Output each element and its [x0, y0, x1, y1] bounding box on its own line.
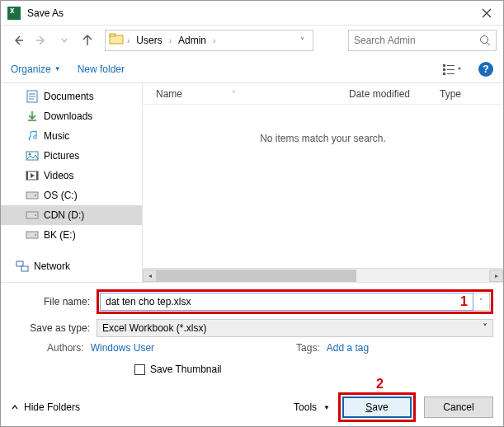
svg-rect-5 [443, 73, 445, 75]
tree-item-music[interactable]: Music [1, 126, 142, 146]
hide-folders-button[interactable]: Hide Folders [11, 401, 80, 413]
svg-rect-10 [26, 171, 28, 180]
svg-rect-19 [21, 266, 28, 271]
tree-item-drive-e[interactable]: BK (E:) [1, 225, 142, 245]
save-thumbnail-label: Save Thumbnail [150, 364, 222, 375]
arrow-right-icon [35, 34, 48, 47]
horizontal-scrollbar[interactable]: ◂ ▸ [143, 268, 503, 282]
refresh-icon [325, 35, 337, 46]
column-type[interactable]: Type [440, 88, 503, 100]
recent-dropdown[interactable] [54, 30, 75, 51]
folder-icon [109, 33, 124, 48]
body: Documents Downloads Music Pictures Video… [1, 83, 503, 282]
breadcrumb-admin[interactable]: Admin [175, 35, 210, 46]
titlebar: Save As [1, 1, 503, 26]
file-list: Name˄ Date modified Type No items match … [143, 83, 503, 282]
svg-point-15 [35, 214, 36, 216]
breadcrumb-users[interactable]: Users [133, 35, 165, 46]
callout-2: 2 [376, 377, 384, 392]
tree-item-drive-d[interactable]: CDN (D:) [1, 205, 142, 225]
organize-menu[interactable]: Organize▼ [11, 63, 61, 75]
toolbar: Organize▼ New folder ? [1, 55, 503, 83]
forward-button[interactable] [31, 30, 52, 51]
scroll-right-button[interactable]: ▸ [489, 270, 503, 282]
empty-state: No items match your search. [143, 105, 503, 268]
tools-menu[interactable]: Tools▼ [294, 401, 330, 413]
authors-value[interactable]: Windows User [91, 342, 154, 354]
address-bar[interactable]: › Users › Admin › ˅ [105, 30, 313, 51]
svg-point-13 [35, 195, 36, 196]
view-options-button[interactable] [442, 59, 462, 79]
svg-rect-11 [36, 171, 38, 180]
navbar: › Users › Admin › ˅ [1, 26, 503, 55]
save-form: File name: ˅ 1 Save as type: Excel Workb… [1, 282, 503, 388]
column-date[interactable]: Date modified [349, 88, 440, 100]
back-button[interactable] [7, 30, 29, 51]
tree-item-network[interactable]: Network [1, 256, 142, 276]
tree-item-documents[interactable]: Documents [1, 87, 142, 106]
svg-point-17 [35, 234, 36, 236]
save-button[interactable]: Save [342, 396, 412, 418]
save-as-dialog: Save As › Users › Admin › ˅ [0, 0, 504, 427]
navigation-tree: Documents Downloads Music Pictures Video… [1, 83, 143, 282]
excel-icon [7, 7, 21, 20]
network-icon [16, 260, 29, 273]
view-icon [443, 63, 461, 75]
drive-icon [26, 209, 39, 222]
refresh-button[interactable] [320, 30, 341, 51]
scroll-track[interactable] [157, 270, 489, 282]
close-icon [482, 8, 492, 18]
svg-point-2 [481, 36, 488, 44]
new-folder-button[interactable]: New folder [78, 63, 125, 75]
music-icon [26, 129, 39, 143]
search-icon [479, 35, 491, 46]
scroll-left-button[interactable]: ◂ [143, 270, 157, 282]
downloads-icon [26, 110, 39, 123]
type-label: Save as type: [11, 322, 97, 334]
save-type-dropdown[interactable]: Excel Workbook (*.xlsx) ˅ [97, 319, 493, 337]
tags-value[interactable]: Add a tag [327, 342, 369, 354]
documents-icon [26, 90, 39, 103]
chevron-down-icon: ˅ [483, 322, 488, 334]
filename-highlight: ˅ 1 [97, 289, 493, 314]
column-name[interactable]: Name˄ [143, 88, 349, 100]
dialog-footer: Hide Folders Tools▼ 2 Save Cancel [1, 388, 503, 426]
filename-input[interactable] [100, 293, 473, 311]
svg-rect-3 [443, 64, 445, 67]
drive-icon [26, 228, 39, 242]
chevron-right-icon: › [213, 36, 215, 45]
svg-rect-18 [16, 261, 23, 266]
address-dropdown[interactable]: ˅ [294, 36, 309, 45]
window-title: Save As [27, 7, 470, 19]
chevron-down-icon [60, 36, 68, 45]
save-thumbnail-checkbox[interactable] [134, 364, 145, 375]
drive-icon [26, 189, 39, 202]
close-button[interactable] [470, 2, 503, 25]
tree-item-drive-c[interactable]: OS (C:) [1, 185, 142, 205]
videos-icon [26, 169, 39, 182]
save-highlight: 2 Save [338, 392, 416, 422]
svg-point-8 [29, 153, 31, 156]
tree-item-pictures[interactable]: Pictures [1, 146, 142, 166]
cancel-button[interactable]: Cancel [424, 396, 493, 418]
help-button[interactable]: ? [478, 62, 493, 77]
search-input[interactable] [354, 35, 469, 46]
tags-label: Tags: [296, 342, 320, 354]
filename-dropdown[interactable]: ˅ [473, 293, 490, 311]
svg-rect-4 [443, 68, 445, 71]
authors-label: Authors: [47, 342, 84, 354]
up-button[interactable] [77, 30, 98, 51]
filename-label: File name: [11, 296, 97, 307]
search-box[interactable] [348, 30, 497, 51]
column-headers: Name˄ Date modified Type [143, 83, 503, 105]
tree-item-downloads[interactable]: Downloads [1, 106, 142, 126]
pictures-icon [26, 149, 39, 162]
tree-item-videos[interactable]: Videos [1, 166, 142, 185]
chevron-right-icon: › [127, 36, 130, 45]
arrow-left-icon [12, 34, 25, 47]
scroll-thumb[interactable] [157, 270, 356, 282]
arrow-up-icon [81, 34, 94, 47]
svg-rect-1 [110, 34, 115, 36]
chevron-up-icon [11, 403, 19, 411]
callout-1: 1 [460, 294, 468, 309]
